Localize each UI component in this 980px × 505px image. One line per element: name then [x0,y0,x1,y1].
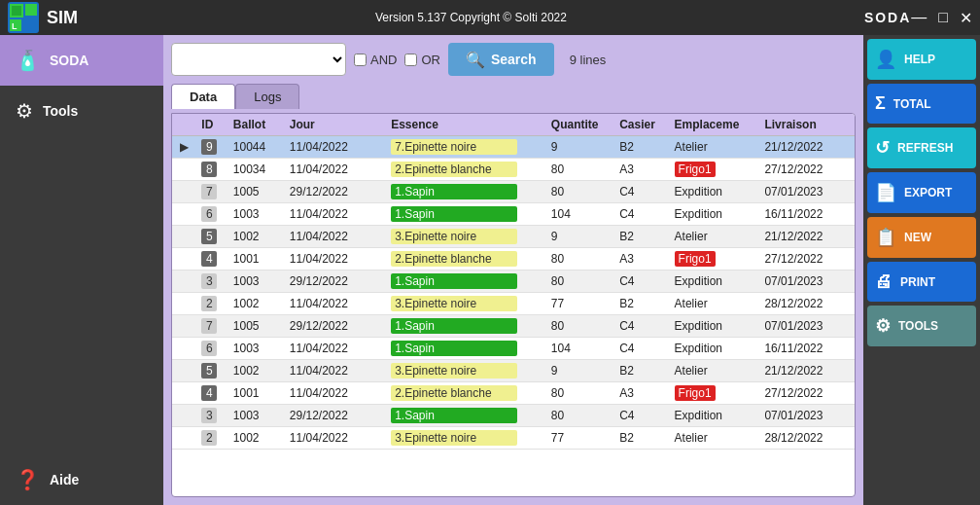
col-header-casier[interactable]: Casier [613,114,668,136]
row-quantite: 104 [545,203,613,226]
col-header-arrow [172,114,195,136]
export-button[interactable]: 📄EXPORT [867,172,976,213]
or-checkbox-group: OR [404,53,440,67]
row-jour: 29/12/2022 [284,271,385,293]
table-container[interactable]: ID Ballot Jour Essence Quantite Casier E… [171,113,856,497]
col-header-jour[interactable]: Jour [284,114,385,136]
row-jour: 29/12/2022 [284,315,385,338]
row-quantite: 77 [545,427,613,450]
row-emplacement: Frigo1 [669,159,759,181]
tab-logs[interactable]: Logs [235,84,299,109]
table-row[interactable]: 7100529/12/20221.Sapin80C4Expdition07/01… [172,181,855,203]
table-row[interactable]: 6100311/04/20221.Sapin104C4Expdition16/1… [172,338,855,360]
tab-data[interactable]: Data [171,84,235,109]
col-header-essence[interactable]: Essence [385,114,545,136]
row-ballot: 1002 [228,360,284,382]
table-row[interactable]: 2100211/04/20223.Epinette noire77B2Ateli… [172,427,855,450]
table-row[interactable]: 81003411/04/20222.Epinette blanche80A3Fr… [172,159,855,181]
table-row[interactable]: ▶91004411/04/20227.Epinette noire9B2Atel… [172,136,855,159]
row-ballot: 1002 [228,293,284,315]
app-logo-icon: L [8,2,39,33]
col-header-id[interactable]: ID [195,114,227,136]
row-casier: B2 [613,293,668,315]
row-livraison: 07/01/2023 [758,271,855,293]
and-checkbox[interactable] [354,54,367,66]
search-button[interactable]: 🔍 Search [448,43,554,76]
row-jour: 11/04/2022 [284,136,385,159]
refresh-button[interactable]: ↺REFRESH [867,127,976,168]
row-jour: 29/12/2022 [284,181,385,203]
row-jour: 11/04/2022 [284,226,385,248]
tools-button[interactable]: ⚙TOOLS [867,306,976,346]
sidebar: 🧴 SODA ⚙ Tools ❓ Aide [0,35,163,505]
soda-icon: 🧴 [16,49,40,72]
sidebar-tools-label: Tools [43,103,78,119]
row-ballot: 1005 [228,181,284,203]
table-row[interactable]: 3100329/12/20221.Sapin80C4Expdition07/01… [172,405,855,427]
sidebar-item-aide[interactable]: ❓ Aide [0,454,163,505]
row-casier: C4 [613,203,668,226]
maximize-button[interactable]: □ [938,9,948,27]
row-ballot: 1003 [228,405,284,427]
sidebar-item-soda[interactable]: 🧴 SODA [0,35,163,86]
content-area: AND OR 🔍 Search 9 lines Data Logs [163,35,863,505]
svg-rect-4 [12,6,21,16]
table-row[interactable]: 4100111/04/20222.Epinette blanche80A3Fri… [172,382,855,405]
table-row[interactable]: 3100329/12/20221.Sapin80C4Expdition07/01… [172,271,855,293]
row-quantite: 9 [545,360,613,382]
row-casier: A3 [613,382,668,405]
new-button[interactable]: 📋NEW [867,217,976,258]
row-essence: 1.Sapin [385,405,545,427]
help-button[interactable]: 👤HELP [867,39,976,80]
row-livraison: 07/01/2023 [758,405,855,427]
table-row[interactable]: 5100211/04/20223.Epinette noire9B2Atelie… [172,360,855,382]
row-essence: 1.Sapin [385,271,545,293]
col-header-emplacement[interactable]: Emplaceme [669,114,759,136]
total-button[interactable]: ΣTOTAL [867,84,976,124]
help-label: HELP [904,53,935,66]
row-livraison: 21/12/2022 [758,226,855,248]
table-row[interactable]: 6100311/04/20221.Sapin104C4Expdition16/1… [172,203,855,226]
table-row[interactable]: 2100211/04/20223.Epinette noire77B2Ateli… [172,293,855,315]
minimize-button[interactable]: — [911,9,927,27]
data-table: ID Ballot Jour Essence Quantite Casier E… [172,114,855,450]
row-id: 5 [195,226,227,248]
row-livraison: 27/12/2022 [758,382,855,405]
tools-icon: ⚙ [16,99,33,123]
row-essence: 3.Epinette noire [385,427,545,450]
row-arrow [172,405,195,427]
right-panel: 👤HELPΣTOTAL↺REFRESH📄EXPORT📋NEW🖨PRINT⚙TOO… [863,35,980,505]
row-emplacement: Expdition [669,405,759,427]
row-id: 3 [195,271,227,293]
row-emplacement: Atelier [669,427,759,450]
table-row[interactable]: 5100211/04/20223.Epinette noire9B2Atelie… [172,226,855,248]
row-casier: B2 [613,360,668,382]
search-icon: 🔍 [466,51,485,69]
row-emplacement: Expdition [669,315,759,338]
row-id: 8 [195,159,227,181]
row-casier: B2 [613,226,668,248]
row-livraison: 16/11/2022 [758,338,855,360]
row-ballot: 1002 [228,427,284,450]
row-arrow [172,360,195,382]
row-arrow [172,159,195,181]
table-row[interactable]: 7100529/12/20221.Sapin80C4Expdition07/01… [172,315,855,338]
row-casier: C4 [613,315,668,338]
search-dropdown[interactable] [171,43,346,76]
sidebar-item-tools[interactable]: ⚙ Tools [0,86,163,136]
table-row[interactable]: 4100111/04/20222.Epinette blanche80A3Fri… [172,248,855,271]
row-emplacement: Expdition [669,203,759,226]
print-button[interactable]: 🖨PRINT [867,262,976,302]
close-button[interactable]: ✕ [960,9,972,27]
row-quantite: 80 [545,315,613,338]
row-emplacement: Atelier [669,136,759,159]
col-header-livraison[interactable]: Livraison [758,114,855,136]
row-ballot: 1001 [228,248,284,271]
row-casier: C4 [613,181,668,203]
col-header-quantite[interactable]: Quantite [545,114,613,136]
col-header-ballot[interactable]: Ballot [228,114,284,136]
row-emplacement: Atelier [669,360,759,382]
row-casier: B2 [613,136,668,159]
row-id: 3 [195,405,227,427]
or-checkbox[interactable] [404,54,417,66]
